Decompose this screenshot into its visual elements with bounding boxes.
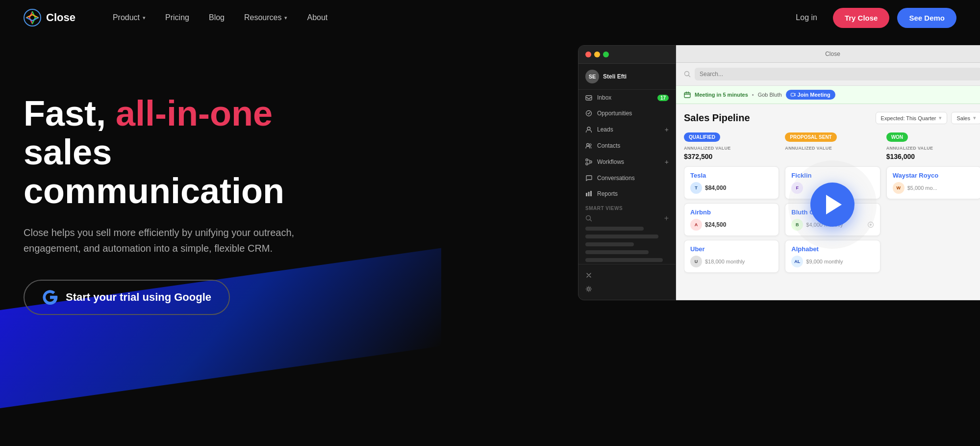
sidebar-bottom-settings[interactable] [578,282,676,296]
svg-rect-8 [590,161,592,163]
svg-rect-10 [588,192,590,196]
sales-filter-button[interactable]: Sales ▾ [951,112,980,124]
nav-product[interactable]: Product ▾ [105,9,153,26]
notification-text: Meeting in 5 minutes [695,92,748,98]
smart-view-item[interactable] [585,250,649,254]
workflows-add-icon[interactable]: + [665,158,669,166]
inbox-icon [585,94,592,101]
deal-name-airbnb: Airbnb [690,209,773,216]
chevron-down-icon: ▾ [284,15,287,21]
close-logo-icon [24,9,41,26]
nav-resources[interactable]: Resources ▾ [236,9,295,26]
join-meeting-label: Join Meeting [798,92,830,98]
svg-point-13 [588,288,590,290]
user-avatar: SE [585,70,599,83]
pipeline-columns: QUALIFIED ANNUALIZED VALUE $372,500 Tesl… [684,132,980,277]
leads-add-icon[interactable]: + [665,126,669,133]
join-meeting-button[interactable]: Join Meeting [786,90,835,100]
stage-badge-won: WON [886,132,908,142]
google-icon [42,289,58,305]
svg-point-4 [587,144,589,146]
deal-value-tesla: $84,000 [705,184,726,191]
crm-search-input[interactable] [695,68,980,80]
google-trial-button[interactable]: Start your trial using Google [24,280,230,315]
sidebar-item-opportunities[interactable]: Opportunities [578,105,676,121]
sidebar-item-reports[interactable]: Reports [578,186,676,202]
deal-row-airbnb: A $24,500 [690,219,773,231]
sidebar-item-inbox[interactable]: Inbox 17 [578,90,676,105]
sidebar-item-workflows[interactable]: Workflows + [578,154,676,170]
deal-avatar-alphabet: AL [791,256,803,267]
crm-filters: Expected: This Quarter ▾ Sales ▾ [876,112,980,124]
deal-avatar-waystar: W [893,182,905,194]
deal-row-alphabet: AL $9,000 monthly [791,256,874,267]
logo[interactable]: Close [24,9,75,26]
sidebar-user: SE Steli Efti [578,64,676,90]
leads-icon [585,126,592,133]
deal-card-waystar[interactable]: Waystar Royco W $5,000 mo... [886,166,980,199]
smart-views-label: SMART VIEWS [578,202,676,213]
x-icon [585,272,592,279]
google-trial-label: Start your trial using Google [66,291,211,304]
deal-name-tesla: Tesla [690,172,773,179]
crm-main: Sales Pipeline Expected: This Quarter ▾ … [676,104,980,300]
smart-views-add-icon[interactable]: + [664,214,669,223]
nav-pricing[interactable]: Pricing [157,9,197,26]
nav-blog[interactable]: Blog [201,9,232,26]
contacts-icon [585,142,592,149]
play-triangle-icon [826,195,842,214]
pipeline-col-qualified: QUALIFIED ANNUALIZED VALUE $372,500 Tesl… [684,132,779,277]
deal-monthly-uber: $18,000 monthly [705,259,745,264]
chevron-down-icon: ▾ [973,115,976,121]
deal-card-tesla[interactable]: Tesla T $84,000 [684,166,779,199]
nav-about[interactable]: About [299,9,335,26]
deal-avatar-airbnb: A [690,219,702,231]
hero-title-highlight: all-in-one [116,94,273,133]
stage-badge-qualified: QUALIFIED [684,132,720,142]
sidebar-item-conversations[interactable]: Conversations [578,170,676,186]
crm-notification-bar: Meeting in 5 minutes • Gob Bluth Join Me… [676,86,980,104]
deal-avatar-uber: U [690,256,702,267]
annualized-value-proposal [785,153,880,160]
sidebar-bottom-close-btn[interactable] [578,268,676,282]
pipeline-col-won: WON ANNUALIZED VALUE $136,000 Waystar Ro… [886,132,980,277]
navbar: Close Product ▾ Pricing Blog Resources ▾… [0,0,980,35]
svg-rect-11 [590,191,592,196]
chevron-down-icon: ▾ [939,115,942,121]
hero-content: Fast, all-in-one salescommunication Clos… [24,65,357,315]
deal-name-waystar: Waystar Royco [893,172,975,179]
sidebar-username: Steli Efti [603,73,627,80]
nav-actions: Log in Try Close See Demo [788,8,956,28]
play-button[interactable] [810,183,854,227]
hero-title: Fast, all-in-one salescommunication [24,94,357,211]
video-icon [791,92,796,97]
quarter-filter-button[interactable]: Expected: This Quarter ▾ [876,112,948,124]
try-close-button[interactable]: Try Close [833,8,890,28]
window-minimize-dot [594,52,600,57]
deal-avatar-tesla: T [690,182,702,194]
smart-view-item[interactable] [585,235,658,238]
annualized-value-won: $136,000 [886,153,980,160]
smart-view-item[interactable] [585,227,644,231]
see-demo-button[interactable]: See Demo [897,8,956,28]
crm-search-bar [676,63,980,86]
crm-header: Sales Pipeline Expected: This Quarter ▾ … [684,112,980,124]
login-button[interactable]: Log in [788,9,825,26]
svg-rect-7 [586,163,588,165]
sidebar-inbox-label: Inbox [597,94,611,101]
app-screenshot: SE Steli Efti Inbox 17 Opportunities [578,45,980,300]
sidebar-reports-label: Reports [597,190,618,197]
sidebar-item-leads[interactable]: Leads + [578,121,676,138]
deal-card-airbnb[interactable]: Airbnb A $24,500 [684,203,779,236]
annualized-label-qualified: ANNUALIZED VALUE [684,146,779,151]
deal-card-uber[interactable]: Uber U $18,000 monthly [684,240,779,273]
opportunities-icon [585,110,592,117]
smart-view-item[interactable] [585,242,634,246]
smart-view-item[interactable] [585,258,663,262]
hero-section: Fast, all-in-one salescommunication Clos… [0,35,980,408]
svg-point-5 [589,144,591,146]
inbox-badge: 17 [657,95,669,101]
deal-monthly-alphabet: $9,000 monthly [806,259,843,264]
svg-rect-16 [791,93,794,96]
sidebar-item-contacts[interactable]: Contacts [578,138,676,154]
